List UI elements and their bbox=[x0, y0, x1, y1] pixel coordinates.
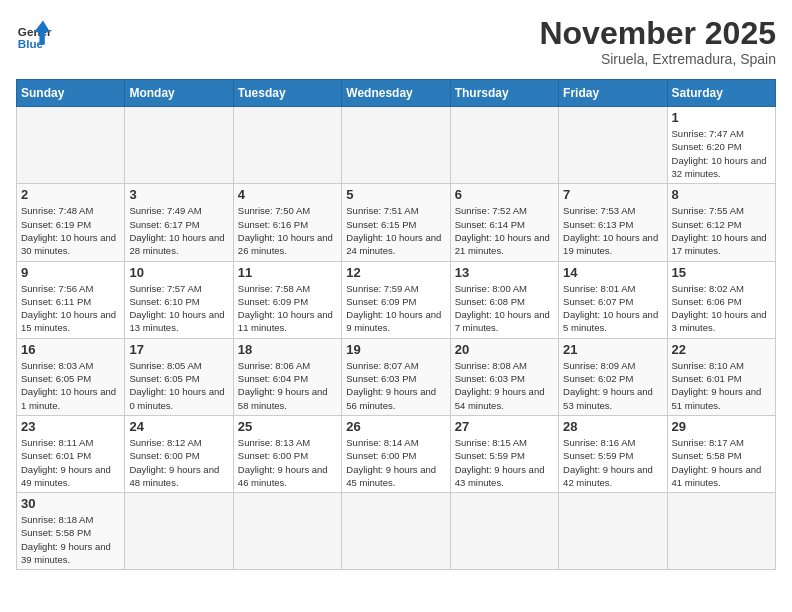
day-info: Sunrise: 8:12 AMSunset: 6:00 PMDaylight:… bbox=[129, 436, 228, 489]
calendar-day-cell: 14Sunrise: 8:01 AMSunset: 6:07 PMDayligh… bbox=[559, 261, 667, 338]
day-info: Sunrise: 8:01 AMSunset: 6:07 PMDaylight:… bbox=[563, 282, 662, 335]
day-info: Sunrise: 8:14 AMSunset: 6:00 PMDaylight:… bbox=[346, 436, 445, 489]
day-info: Sunrise: 7:56 AMSunset: 6:11 PMDaylight:… bbox=[21, 282, 120, 335]
weekday-header: Wednesday bbox=[342, 80, 450, 107]
calendar-day-cell bbox=[450, 107, 558, 184]
day-number: 9 bbox=[21, 265, 120, 280]
day-info: Sunrise: 8:15 AMSunset: 5:59 PMDaylight:… bbox=[455, 436, 554, 489]
day-number: 17 bbox=[129, 342, 228, 357]
day-number: 8 bbox=[672, 187, 771, 202]
day-number: 29 bbox=[672, 419, 771, 434]
day-number: 26 bbox=[346, 419, 445, 434]
month-title: November 2025 bbox=[539, 16, 776, 51]
calendar-day-cell: 13Sunrise: 8:00 AMSunset: 6:08 PMDayligh… bbox=[450, 261, 558, 338]
calendar-day-cell: 9Sunrise: 7:56 AMSunset: 6:11 PMDaylight… bbox=[17, 261, 125, 338]
calendar-day-cell bbox=[233, 493, 341, 570]
day-info: Sunrise: 8:11 AMSunset: 6:01 PMDaylight:… bbox=[21, 436, 120, 489]
day-number: 5 bbox=[346, 187, 445, 202]
day-number: 27 bbox=[455, 419, 554, 434]
day-info: Sunrise: 8:17 AMSunset: 5:58 PMDaylight:… bbox=[672, 436, 771, 489]
day-number: 18 bbox=[238, 342, 337, 357]
day-number: 22 bbox=[672, 342, 771, 357]
day-number: 16 bbox=[21, 342, 120, 357]
day-number: 24 bbox=[129, 419, 228, 434]
day-info: Sunrise: 8:09 AMSunset: 6:02 PMDaylight:… bbox=[563, 359, 662, 412]
logo-icon: General Blue bbox=[16, 16, 52, 52]
day-info: Sunrise: 8:05 AMSunset: 6:05 PMDaylight:… bbox=[129, 359, 228, 412]
day-info: Sunrise: 7:53 AMSunset: 6:13 PMDaylight:… bbox=[563, 204, 662, 257]
calendar-header-row: SundayMondayTuesdayWednesdayThursdayFrid… bbox=[17, 80, 776, 107]
calendar-day-cell bbox=[17, 107, 125, 184]
day-info: Sunrise: 8:03 AMSunset: 6:05 PMDaylight:… bbox=[21, 359, 120, 412]
calendar-day-cell bbox=[342, 107, 450, 184]
calendar-day-cell: 18Sunrise: 8:06 AMSunset: 6:04 PMDayligh… bbox=[233, 338, 341, 415]
day-number: 4 bbox=[238, 187, 337, 202]
day-number: 6 bbox=[455, 187, 554, 202]
weekday-header: Thursday bbox=[450, 80, 558, 107]
day-number: 12 bbox=[346, 265, 445, 280]
day-number: 13 bbox=[455, 265, 554, 280]
day-info: Sunrise: 7:58 AMSunset: 6:09 PMDaylight:… bbox=[238, 282, 337, 335]
calendar-day-cell: 4Sunrise: 7:50 AMSunset: 6:16 PMDaylight… bbox=[233, 184, 341, 261]
calendar-day-cell: 3Sunrise: 7:49 AMSunset: 6:17 PMDaylight… bbox=[125, 184, 233, 261]
day-number: 30 bbox=[21, 496, 120, 511]
calendar-day-cell bbox=[450, 493, 558, 570]
day-info: Sunrise: 8:07 AMSunset: 6:03 PMDaylight:… bbox=[346, 359, 445, 412]
calendar-week-row: 1Sunrise: 7:47 AMSunset: 6:20 PMDaylight… bbox=[17, 107, 776, 184]
day-number: 10 bbox=[129, 265, 228, 280]
day-number: 1 bbox=[672, 110, 771, 125]
calendar-day-cell: 2Sunrise: 7:48 AMSunset: 6:19 PMDaylight… bbox=[17, 184, 125, 261]
calendar-day-cell: 29Sunrise: 8:17 AMSunset: 5:58 PMDayligh… bbox=[667, 415, 775, 492]
calendar-day-cell bbox=[559, 493, 667, 570]
day-number: 15 bbox=[672, 265, 771, 280]
calendar-day-cell: 21Sunrise: 8:09 AMSunset: 6:02 PMDayligh… bbox=[559, 338, 667, 415]
day-number: 28 bbox=[563, 419, 662, 434]
calendar-day-cell: 1Sunrise: 7:47 AMSunset: 6:20 PMDaylight… bbox=[667, 107, 775, 184]
calendar-day-cell: 30Sunrise: 8:18 AMSunset: 5:58 PMDayligh… bbox=[17, 493, 125, 570]
location-title: Siruela, Extremadura, Spain bbox=[539, 51, 776, 67]
calendar-day-cell: 10Sunrise: 7:57 AMSunset: 6:10 PMDayligh… bbox=[125, 261, 233, 338]
calendar-day-cell: 20Sunrise: 8:08 AMSunset: 6:03 PMDayligh… bbox=[450, 338, 558, 415]
day-info: Sunrise: 8:18 AMSunset: 5:58 PMDaylight:… bbox=[21, 513, 120, 566]
day-number: 7 bbox=[563, 187, 662, 202]
calendar-table: SundayMondayTuesdayWednesdayThursdayFrid… bbox=[16, 79, 776, 570]
day-info: Sunrise: 8:13 AMSunset: 6:00 PMDaylight:… bbox=[238, 436, 337, 489]
calendar-day-cell: 11Sunrise: 7:58 AMSunset: 6:09 PMDayligh… bbox=[233, 261, 341, 338]
day-number: 2 bbox=[21, 187, 120, 202]
weekday-header: Tuesday bbox=[233, 80, 341, 107]
day-number: 23 bbox=[21, 419, 120, 434]
day-info: Sunrise: 7:47 AMSunset: 6:20 PMDaylight:… bbox=[672, 127, 771, 180]
logo: General Blue bbox=[16, 16, 52, 52]
calendar-day-cell bbox=[125, 107, 233, 184]
page-header: General Blue November 2025 Siruela, Extr… bbox=[16, 16, 776, 67]
day-number: 14 bbox=[563, 265, 662, 280]
calendar-day-cell: 8Sunrise: 7:55 AMSunset: 6:12 PMDaylight… bbox=[667, 184, 775, 261]
day-info: Sunrise: 7:49 AMSunset: 6:17 PMDaylight:… bbox=[129, 204, 228, 257]
day-number: 11 bbox=[238, 265, 337, 280]
calendar-day-cell: 12Sunrise: 7:59 AMSunset: 6:09 PMDayligh… bbox=[342, 261, 450, 338]
calendar-week-row: 2Sunrise: 7:48 AMSunset: 6:19 PMDaylight… bbox=[17, 184, 776, 261]
day-info: Sunrise: 7:57 AMSunset: 6:10 PMDaylight:… bbox=[129, 282, 228, 335]
day-info: Sunrise: 7:48 AMSunset: 6:19 PMDaylight:… bbox=[21, 204, 120, 257]
calendar-day-cell: 22Sunrise: 8:10 AMSunset: 6:01 PMDayligh… bbox=[667, 338, 775, 415]
calendar-week-row: 30Sunrise: 8:18 AMSunset: 5:58 PMDayligh… bbox=[17, 493, 776, 570]
day-number: 21 bbox=[563, 342, 662, 357]
calendar-day-cell: 15Sunrise: 8:02 AMSunset: 6:06 PMDayligh… bbox=[667, 261, 775, 338]
calendar-day-cell: 16Sunrise: 8:03 AMSunset: 6:05 PMDayligh… bbox=[17, 338, 125, 415]
calendar-week-row: 23Sunrise: 8:11 AMSunset: 6:01 PMDayligh… bbox=[17, 415, 776, 492]
day-info: Sunrise: 8:00 AMSunset: 6:08 PMDaylight:… bbox=[455, 282, 554, 335]
calendar-day-cell bbox=[125, 493, 233, 570]
day-number: 19 bbox=[346, 342, 445, 357]
calendar-day-cell: 24Sunrise: 8:12 AMSunset: 6:00 PMDayligh… bbox=[125, 415, 233, 492]
calendar-day-cell: 17Sunrise: 8:05 AMSunset: 6:05 PMDayligh… bbox=[125, 338, 233, 415]
day-number: 20 bbox=[455, 342, 554, 357]
calendar-day-cell: 27Sunrise: 8:15 AMSunset: 5:59 PMDayligh… bbox=[450, 415, 558, 492]
calendar-day-cell bbox=[342, 493, 450, 570]
weekday-header: Monday bbox=[125, 80, 233, 107]
calendar-day-cell: 23Sunrise: 8:11 AMSunset: 6:01 PMDayligh… bbox=[17, 415, 125, 492]
calendar-day-cell: 5Sunrise: 7:51 AMSunset: 6:15 PMDaylight… bbox=[342, 184, 450, 261]
day-info: Sunrise: 8:06 AMSunset: 6:04 PMDaylight:… bbox=[238, 359, 337, 412]
day-info: Sunrise: 8:10 AMSunset: 6:01 PMDaylight:… bbox=[672, 359, 771, 412]
calendar-day-cell: 19Sunrise: 8:07 AMSunset: 6:03 PMDayligh… bbox=[342, 338, 450, 415]
day-info: Sunrise: 8:08 AMSunset: 6:03 PMDaylight:… bbox=[455, 359, 554, 412]
